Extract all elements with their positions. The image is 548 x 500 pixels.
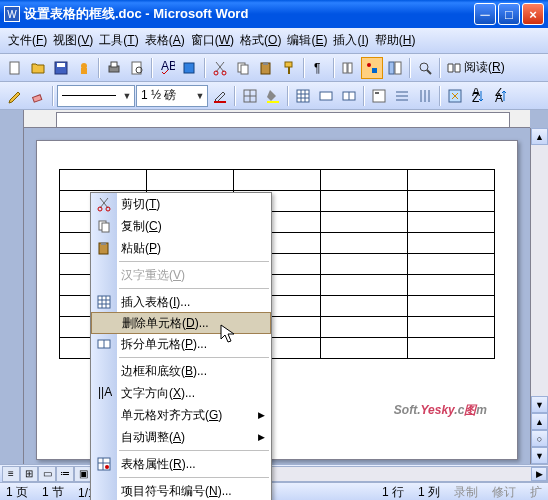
- menu-item-label: 项目符号和编号(N)...: [121, 483, 232, 500]
- menu-bar: 文件(F) 视图(V) 工具(T) 表格(A) 窗口(W) 格式(O) 编辑(E…: [0, 28, 548, 54]
- menu-tools[interactable]: 工具(T): [97, 29, 140, 52]
- svg-rect-60: [101, 242, 106, 245]
- context-menu-item[interactable]: 插入表格(I)...: [91, 291, 271, 313]
- window-title: 设置表格的框线.doc - Microsoft Word: [24, 5, 474, 23]
- context-menu-item[interactable]: 边框和底纹(B)...: [91, 360, 271, 382]
- context-menu-item[interactable]: 复制(C): [91, 215, 271, 237]
- context-menu-item[interactable]: 删除单元格(D)...: [91, 312, 271, 334]
- menu-help[interactable]: 帮助(H): [373, 29, 418, 52]
- svg-rect-34: [297, 90, 309, 102]
- paste-button[interactable]: [255, 57, 277, 79]
- border-color-button[interactable]: [209, 85, 231, 107]
- bottom-bar: ≡ ⊞ ▭ ≔ ▣ ◀ ▶: [0, 464, 548, 482]
- print-preview-button[interactable]: [126, 57, 148, 79]
- outline-view-button[interactable]: ≔: [56, 466, 74, 482]
- columns-button[interactable]: [338, 57, 360, 79]
- context-menu-item[interactable]: 表格属性(R)...: [91, 453, 271, 475]
- maximize-button[interactable]: □: [498, 3, 520, 25]
- permission-button[interactable]: [73, 57, 95, 79]
- context-menu-item[interactable]: 剪切(T): [91, 193, 271, 215]
- read-button[interactable]: 阅读(R): [444, 59, 507, 76]
- research-button[interactable]: [179, 57, 201, 79]
- shading-color-button[interactable]: [262, 85, 284, 107]
- autoformat-button[interactable]: [444, 85, 466, 107]
- menu-file[interactable]: 文件(F): [6, 29, 49, 52]
- sort-desc-button[interactable]: ZA: [490, 85, 512, 107]
- cut-icon: [95, 195, 113, 213]
- web-view-button[interactable]: ⊞: [20, 466, 38, 482]
- scroll-up-button[interactable]: ▲: [531, 128, 548, 145]
- context-menu-item: 汉字重选(V): [91, 264, 271, 286]
- svg-rect-18: [288, 67, 290, 74]
- svg-rect-61: [98, 296, 110, 308]
- next-page-button[interactable]: ▼: [531, 447, 548, 464]
- scroll-down-button[interactable]: ▼: [531, 396, 548, 413]
- normal-view-button[interactable]: ≡: [2, 466, 20, 482]
- svg-rect-42: [373, 90, 385, 102]
- context-menu-item[interactable]: 拆分单元格(P)...: [91, 333, 271, 355]
- paragraph-marks-button[interactable]: ¶: [308, 57, 330, 79]
- insert-table-button[interactable]: [292, 85, 314, 107]
- vertical-ruler[interactable]: [0, 128, 24, 464]
- line-weight-dropdown[interactable]: ▼: [136, 85, 208, 107]
- menu-view[interactable]: 视图(V): [51, 29, 95, 52]
- draw-table-button[interactable]: [4, 85, 26, 107]
- menu-window[interactable]: 窗口(W): [189, 29, 236, 52]
- menu-table[interactable]: 表格(A): [143, 29, 187, 52]
- split-cells-button[interactable]: [338, 85, 360, 107]
- zoom-button[interactable]: [414, 57, 436, 79]
- new-button[interactable]: [4, 57, 26, 79]
- vertical-scrollbar[interactable]: ▲ ▼ ▲ ○ ▼: [530, 128, 548, 464]
- status-bar: 1 页 1 节 1/1 1 行 1 列 录制 修订 扩: [0, 482, 548, 500]
- format-painter-button[interactable]: [278, 57, 300, 79]
- prev-page-button[interactable]: ▲: [531, 413, 548, 430]
- menu-format[interactable]: 格式(O): [238, 29, 283, 52]
- menu-item-label: 汉字重选(V): [121, 267, 185, 284]
- status-rec: 录制: [454, 484, 478, 500]
- print-button[interactable]: [103, 57, 125, 79]
- svg-text:Z: Z: [472, 91, 479, 104]
- align-button[interactable]: [368, 85, 390, 107]
- document-map-button[interactable]: [384, 57, 406, 79]
- merge-cells-button[interactable]: [315, 85, 337, 107]
- context-menu-item[interactable]: ||A文字方向(X)...: [91, 382, 271, 404]
- browse-object-button[interactable]: ○: [531, 430, 548, 447]
- spelling-button[interactable]: AB: [156, 57, 178, 79]
- scroll-right-button[interactable]: ▶: [531, 467, 547, 481]
- context-menu-item[interactable]: 项目符号和编号(N)...: [91, 480, 271, 500]
- borders-button[interactable]: [239, 85, 261, 107]
- menu-item-label: 剪切(T): [121, 196, 160, 213]
- menu-insert[interactable]: 插入(I): [331, 29, 370, 52]
- context-menu-item[interactable]: 自动调整(A)▶: [91, 426, 271, 448]
- status-page: 1 页: [6, 484, 28, 500]
- svg-point-22: [367, 63, 371, 67]
- menu-edit[interactable]: 编辑(E): [285, 29, 329, 52]
- svg-rect-58: [102, 223, 109, 232]
- save-button[interactable]: [50, 57, 72, 79]
- copy-button[interactable]: [232, 57, 254, 79]
- table-props-icon: [95, 455, 113, 473]
- context-menu-item[interactable]: 粘贴(P): [91, 237, 271, 259]
- text-direction-icon: ||A: [95, 384, 113, 402]
- close-button[interactable]: ×: [522, 3, 544, 25]
- eraser-button[interactable]: [27, 85, 49, 107]
- scroll-track[interactable]: [531, 145, 548, 396]
- menu-item-label: 文字方向(X)...: [121, 385, 195, 402]
- context-menu-item[interactable]: 单元格对齐方式(G)▶: [91, 404, 271, 426]
- open-button[interactable]: [27, 57, 49, 79]
- sort-asc-button[interactable]: AZ: [467, 85, 489, 107]
- cut-button[interactable]: [209, 57, 231, 79]
- svg-rect-17: [285, 62, 292, 67]
- distribute-rows-button[interactable]: [391, 85, 413, 107]
- context-menu: 剪切(T)复制(C)粘贴(P)汉字重选(V)插入表格(I)...删除单元格(D)…: [90, 192, 272, 500]
- minimize-button[interactable]: ─: [474, 3, 496, 25]
- svg-rect-25: [395, 62, 401, 74]
- svg-rect-0: [10, 62, 19, 74]
- horizontal-ruler[interactable]: [24, 110, 530, 128]
- svg-text:¶: ¶: [314, 61, 320, 75]
- menu-item-label: 单元格对齐方式(G): [121, 407, 222, 424]
- drawing-button[interactable]: [361, 57, 383, 79]
- line-style-dropdown[interactable]: ▼: [57, 85, 135, 107]
- distribute-columns-button[interactable]: [414, 85, 436, 107]
- print-view-button[interactable]: ▭: [38, 466, 56, 482]
